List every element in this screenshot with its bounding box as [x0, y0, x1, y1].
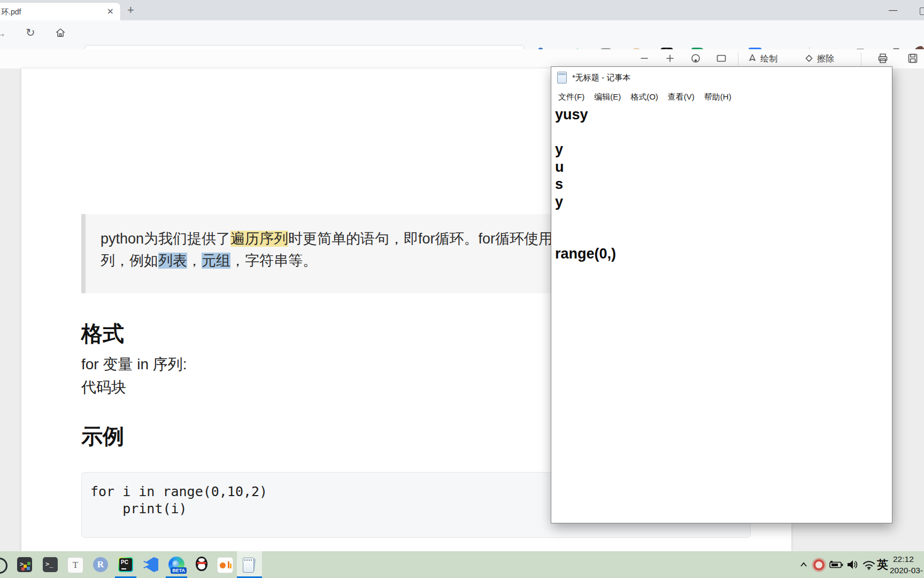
tab-active[interactable]: 环.pdf ✕ — [0, 3, 120, 20]
notepad-line — [555, 228, 892, 246]
taskbar-qq-icon[interactable] — [193, 556, 210, 573]
rotate-icon[interactable] — [690, 52, 702, 64]
notepad-titlebar[interactable]: *无标题 - 记事本 — [551, 67, 892, 88]
pdf-toolbar-separator — [738, 52, 738, 65]
taskbar-terminal-app-icon[interactable]: > — [16, 556, 33, 573]
tab-close-icon[interactable]: ✕ — [107, 6, 114, 17]
heading-format: 格式 — [81, 319, 124, 348]
blue-highlight-1: 列表 — [158, 253, 187, 269]
taskbar-recorder-icon[interactable] — [217, 556, 234, 573]
format-body-line: 代码块 — [81, 377, 126, 398]
save-icon[interactable] — [907, 52, 919, 64]
format-syntax-line: for 变量 in 序列: — [81, 354, 187, 375]
notepad-line — [555, 124, 892, 141]
pdf-toolbar-separator2 — [861, 52, 861, 65]
notepad-app-icon — [557, 72, 567, 83]
browser-toolbar: → ↻ i 文件 C:/Users/Yusy/Desktop/培训相关/for循… — [0, 20, 924, 49]
clock-date: 2020-03- — [890, 565, 924, 576]
tray-wifi-icon[interactable] — [862, 551, 876, 578]
taskbar-r-icon[interactable]: R — [92, 556, 109, 573]
menu-format[interactable]: 格式(O) — [626, 92, 663, 102]
window-minimize-button[interactable]: — — [889, 5, 897, 15]
tray-recording-icon[interactable] — [813, 551, 825, 578]
tray-battery-icon[interactable] — [829, 551, 843, 578]
menu-help[interactable]: 帮助(H) — [699, 92, 736, 102]
heading-example: 示例 — [81, 422, 124, 451]
menu-view[interactable]: 查看(V) — [663, 92, 699, 102]
taskbar-edge-beta-icon[interactable]: BETA — [168, 556, 185, 573]
notepad-line: range(0,) — [555, 245, 892, 263]
zoom-out-icon[interactable] — [638, 52, 650, 64]
tab-strip: 环.pdf ✕ + — — [0, 0, 924, 20]
notepad-menubar: 文件(F) 编辑(E) 格式(O) 查看(V) 帮助(H) — [553, 88, 892, 106]
print-icon[interactable] — [877, 52, 889, 64]
tray-chevron-icon[interactable] — [800, 551, 807, 578]
new-tab-button[interactable]: + — [127, 3, 134, 17]
fit-page-icon[interactable] — [715, 52, 727, 64]
taskbar-vscode-icon[interactable] — [142, 556, 159, 573]
notepad-line: y — [555, 193, 892, 211]
menu-edit[interactable]: 编辑(E) — [589, 92, 626, 102]
taskbar-notepad-icon[interactable] — [241, 556, 258, 573]
window-maximize-button[interactable] — [920, 7, 924, 15]
erase-label[interactable]: 擦除 — [817, 54, 834, 65]
home-button[interactable] — [55, 27, 66, 39]
clock-time: 22:12 — [890, 553, 924, 565]
zoom-in-plus-icon[interactable] — [664, 52, 676, 64]
refresh-button[interactable]: ↻ — [26, 26, 35, 39]
search-circle-icon[interactable] — [0, 558, 7, 574]
edge-beta-badge: BETA — [171, 567, 187, 574]
taskbar-pycharm-icon[interactable]: PC — [117, 556, 134, 573]
taskbar-cmd-icon[interactable]: >_ — [42, 556, 59, 573]
taskbar-typora-icon[interactable]: T — [67, 556, 84, 573]
notepad-text-area[interactable]: yusy y u s y range(0,) — [551, 106, 892, 523]
screen: 环.pdf ✕ + — → ↻ i 文件 C:/Users/Yusy/Deskt… — [0, 0, 924, 578]
notepad-line: y — [555, 141, 892, 158]
notepad-line: u — [555, 158, 892, 176]
forward-button[interactable]: → — [0, 27, 6, 40]
erase-icon[interactable] — [803, 52, 815, 64]
taskbar: > >_ T R PC BETA — [0, 551, 924, 578]
notepad-line: s — [555, 176, 892, 193]
draw-pen-icon[interactable] — [746, 52, 758, 64]
tray-volume-icon[interactable] — [847, 551, 859, 578]
tray-clock[interactable]: 22:12 2020-03- — [890, 553, 924, 576]
tray-ime-indicator[interactable]: 英 — [877, 551, 888, 578]
blue-highlight-2: 元组 — [202, 253, 230, 269]
notepad-line — [555, 210, 892, 228]
menu-file[interactable]: 文件(F) — [553, 92, 589, 102]
yellow-highlight: 遍历序列 — [230, 231, 288, 247]
draw-label[interactable]: 绘制 — [760, 54, 777, 65]
notepad-line: yusy — [555, 106, 892, 124]
notepad-title: *无标题 - 记事本 — [572, 73, 630, 83]
notepad-window[interactable]: *无标题 - 记事本 文件(F) 编辑(E) 格式(O) 查看(V) 帮助(H)… — [551, 66, 892, 523]
tab-title: 环.pdf — [1, 7, 21, 17]
